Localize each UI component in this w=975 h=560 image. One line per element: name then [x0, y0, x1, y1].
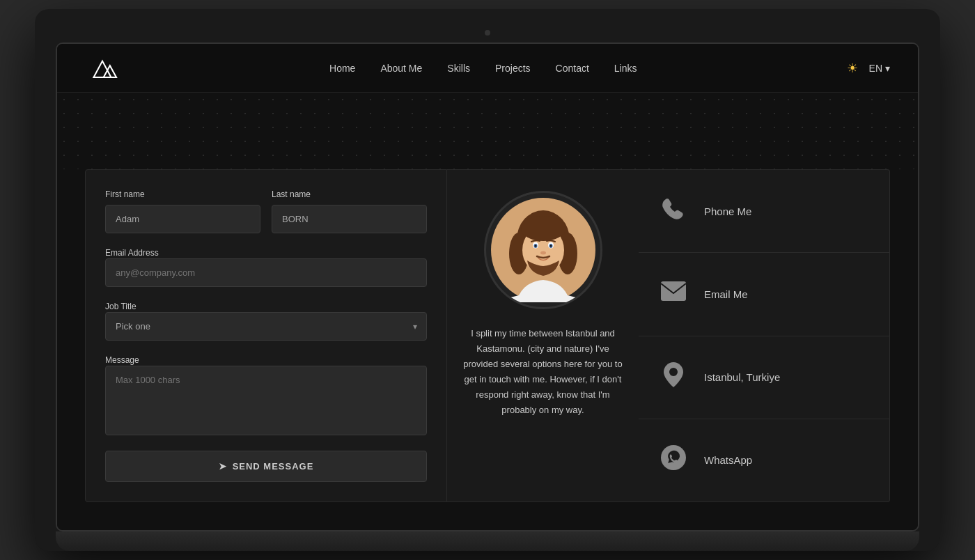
last-name-group: Last name: [272, 189, 427, 233]
lang-chevron-icon: ▾: [885, 63, 890, 74]
message-group: Message: [105, 353, 427, 438]
nav-links: Home About Me Skills Projects Contact Li…: [329, 63, 637, 74]
whatsapp-label: WhatsApp: [704, 454, 752, 466]
nav-link-home[interactable]: Home: [329, 63, 355, 74]
whatsapp-icon: [660, 444, 687, 476]
last-name-input[interactable]: [272, 205, 427, 233]
nav-link-links[interactable]: Links: [614, 63, 637, 74]
main-content: First name Last name Email Address Job T…: [57, 169, 918, 530]
location-icon: [660, 361, 687, 394]
svg-rect-15: [661, 281, 686, 301]
language-selector[interactable]: EN ▾: [869, 63, 890, 74]
nav-link-about[interactable]: About Me: [380, 63, 422, 74]
theme-toggle-icon[interactable]: ☀: [847, 61, 858, 76]
svg-point-13: [540, 251, 546, 255]
laptop-base: [56, 531, 919, 551]
send-arrow-icon: ➤: [219, 461, 227, 472]
laptop-frame: Home About Me Skills Projects Contact Li…: [35, 9, 940, 551]
hero-banner: [57, 93, 918, 169]
message-label: Message: [105, 355, 139, 365]
contact-form-panel: First name Last name Email Address Job T…: [85, 169, 447, 502]
svg-point-12: [549, 245, 552, 247]
location-label: Istanbul, Turkiye: [704, 371, 780, 383]
svg-point-14: [521, 216, 566, 241]
contact-options-panel: Phone Me Email Me: [639, 169, 890, 502]
contact-option-whatsapp[interactable]: WhatsApp: [639, 419, 889, 501]
job-title-select[interactable]: Pick one: [105, 312, 427, 341]
svg-point-16: [669, 368, 678, 376]
email-input[interactable]: [105, 258, 427, 287]
contact-option-email[interactable]: Email Me: [639, 253, 889, 336]
first-name-input[interactable]: [105, 205, 260, 233]
email-icon: [660, 281, 687, 307]
profile-panel: I split my time between Istanbul and Kas…: [447, 169, 639, 502]
navbar: Home About Me Skills Projects Contact Li…: [57, 44, 918, 93]
nav-right: ☀ EN ▾: [847, 61, 890, 76]
nav-link-skills[interactable]: Skills: [447, 63, 470, 74]
job-title-group: Job Title Pick one ▾: [105, 300, 427, 341]
job-title-select-wrapper: Pick one ▾: [105, 312, 427, 341]
profile-bio: I split my time between Istanbul and Kas…: [461, 326, 625, 419]
name-row: First name Last name: [105, 189, 427, 233]
laptop-screen: Home About Me Skills Projects Contact Li…: [56, 42, 919, 531]
email-label: Email Me: [704, 288, 748, 300]
nav-link-projects[interactable]: Projects: [495, 63, 531, 74]
logo[interactable]: [85, 54, 120, 82]
laptop-camera: [485, 30, 490, 36]
contact-option-location[interactable]: Istanbul, Turkiye: [639, 336, 889, 419]
message-textarea[interactable]: [105, 366, 427, 435]
job-title-label: Job Title: [105, 302, 136, 311]
send-button-label: SEND MESSAGE: [233, 461, 314, 472]
first-name-group: First name: [105, 189, 260, 233]
language-label: EN: [869, 63, 882, 74]
email-group: Email Address: [105, 246, 427, 287]
send-message-button[interactable]: ➤ SEND MESSAGE: [105, 451, 427, 482]
first-name-label: First name: [105, 189, 260, 199]
nav-link-contact[interactable]: Contact: [556, 63, 589, 74]
phone-icon: [660, 195, 687, 227]
last-name-label: Last name: [272, 189, 427, 199]
svg-point-11: [534, 245, 536, 247]
email-label: Email Address: [105, 248, 159, 258]
contact-option-phone[interactable]: Phone Me: [639, 170, 889, 253]
avatar-circle: [484, 191, 602, 309]
phone-label: Phone Me: [704, 205, 751, 217]
